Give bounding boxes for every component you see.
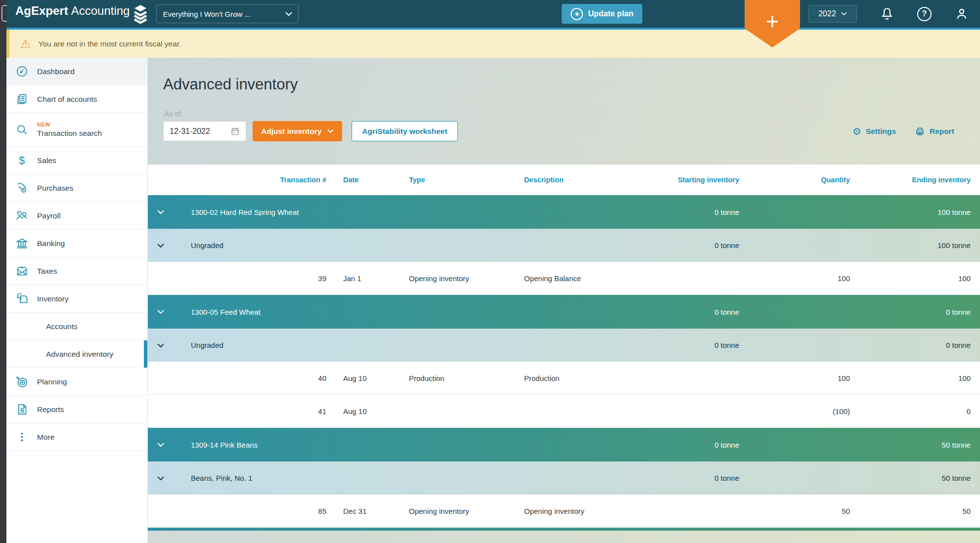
update-plan-label: Update plan [588,9,633,18]
txn-date: Aug 10 [326,374,392,382]
sidebar-item-label: Advanced inventory [46,350,113,359]
group-starting: 0 tonne [621,441,739,449]
agristability-worksheet-button[interactable]: AgriStability worksheet [352,121,457,141]
adjust-inventory-button[interactable]: Adjust inventory [253,121,342,141]
window-edge-strip [0,0,6,543]
sidebar-item-label: Chart of accounts [37,95,97,104]
sidebar-item-advanced-inventory[interactable]: Advanced inventory [6,340,147,368]
group-label: 1300-05 Feed Wheat [191,308,621,316]
sidebar-item-sales[interactable]: $ Sales [6,147,147,174]
txn-number: 85 [191,507,326,515]
tax-envelope-icon [14,264,29,278]
as-of-date-input[interactable]: 12-31-2022 [163,121,246,141]
transaction-row[interactable]: 40 Aug 10 Production Production 100 100 [147,362,980,395]
notifications-bell-icon[interactable] [881,7,893,21]
sidebar-item-purchases[interactable]: Purchases [6,174,147,202]
update-plan-button[interactable]: ★ Update plan [562,4,642,24]
txn-type: Opening inventory [392,274,507,283]
calendar-icon[interactable] [230,126,240,136]
sidebar-item-more[interactable]: More [6,423,147,451]
chevron-down-icon[interactable] [147,343,191,348]
chevron-down-icon[interactable] [147,209,191,214]
grade-starting: 0 tonne [621,341,739,349]
chevron-down-icon[interactable] [147,309,191,314]
sidebar-item-label: Planning [37,377,67,386]
help-icon[interactable]: ? [917,7,932,21]
sidebar-item-label: Purchases [37,184,73,193]
inventory-grade-row[interactable]: Beans, Pink, No. 1 0 tonne 50 tonne [147,461,980,495]
chevron-down-icon [285,12,292,16]
as-of-date-value: 12-31-2022 [170,127,210,136]
txn-ending: 100 [850,374,971,382]
search-icon [14,123,29,136]
as-of-label: As of [164,109,181,118]
sidebar-item-label: Banking [37,239,65,248]
transaction-row[interactable]: 85 Dec 31 Opening inventory Opening inve… [147,495,980,528]
sidebar-item-inventory-accounts[interactable]: Accounts [6,313,147,340]
group-ending: 100 tonne [850,208,971,216]
page-header-section: Advanced inventory As of 12-31-2022 Adju… [147,58,980,165]
grade-starting: 0 tonne [621,474,739,482]
col-header-ending: Ending inventory [850,176,971,184]
txn-ending: 0 [850,407,971,416]
sidebar-item-label: Transaction search [37,128,102,138]
sidebar-item-inventory[interactable]: Inventory [6,285,147,313]
more-dots-icon [14,430,29,444]
report-label: Report [930,127,954,136]
transaction-row[interactable]: 41 Aug 10 (100) 0 [147,395,980,428]
col-header-starting: Starting inventory [621,176,739,184]
page-controls: 12-31-2022 Adjust inventory AgriStabilit… [163,121,458,141]
header-accent-strip [6,28,980,30]
chevron-down-icon[interactable] [147,476,191,481]
sidebar-item-dashboard[interactable]: Dashboard [6,58,147,85]
fiscal-year-dropdown[interactable]: 2022 [808,5,857,23]
planning-target-icon [14,375,29,389]
sidebar-item-payroll[interactable]: Payroll [6,202,147,230]
col-header-quantity: Quantity [739,176,850,184]
txn-description: Opening inventory [507,507,621,515]
col-header-type: Type [392,176,507,184]
account-selector-dropdown[interactable]: Everything I Won't Grow ... [156,4,299,23]
sidebar-item-label: Reports [37,405,64,414]
sidebar-item-banking[interactable]: Banking [6,230,147,257]
brand-name-bold: AgExpert [15,4,68,18]
warning-text: You are not in the most current fiscal y… [39,40,181,48]
dashboard-gauge-icon [14,65,29,78]
sidebar-item-planning[interactable]: Planning [6,368,147,396]
sidebar-item-taxes[interactable]: Taxes [6,257,147,285]
user-account-icon[interactable] [955,7,968,20]
inventory-grade-row[interactable]: Ungraded 0 tonne 0 tonne [147,329,980,362]
chart-of-accounts-icon [14,92,29,106]
col-header-transaction: Transaction # [191,176,326,184]
app-logo: AgExpert Accounting [15,4,149,24]
warning-icon: ⚠ [20,37,31,51]
inventory-grade-row[interactable]: Ungraded 0 tonne 100 tonne [147,229,980,262]
sidebar-item-reports[interactable]: Reports [6,396,147,423]
fiscal-year-value: 2022 [818,9,836,18]
bank-icon [14,237,29,250]
sidebar-item-chart-of-accounts[interactable]: Chart of accounts [6,85,147,113]
dollar-icon: $ [14,154,29,167]
sidebar-item-transaction-search[interactable]: NEW Transaction search [6,113,147,147]
txn-quantity: 100 [739,274,850,283]
grade-label: Beans, Pink, No. 1 [191,474,621,482]
account-selector-value: Everything I Won't Grow ... [163,10,251,18]
report-link[interactable]: Report [915,126,954,136]
sidebar-item-label: Taxes [37,267,57,276]
transaction-row[interactable]: 39 Jan 1 Opening inventory Opening Balan… [147,262,980,295]
grade-starting: 0 tonne [621,241,739,250]
inventory-group-row[interactable]: 1300-05 Feed Wheat 0 tonne 0 tonne [147,295,980,329]
txn-type: Opening inventory [392,507,507,515]
grade-ending: 0 tonne [850,341,971,349]
inventory-group-row[interactable]: 1300-02 Hard Red Spring Wheat 0 tonne 10… [147,195,980,229]
report-document-icon [14,403,29,416]
fiscal-year-warning-banner: ⚠ You are not in the most current fiscal… [6,30,980,58]
sidebar-item-label: Inventory [37,294,69,303]
chevron-down-icon[interactable] [147,243,191,248]
inventory-group-row[interactable]: 1309-14 Pink Beans 0 tonne 50 tonne [147,428,980,461]
settings-link[interactable]: ⚙ Settings [852,126,896,136]
txn-quantity: (100) [739,407,850,416]
grade-ending: 100 tonne [850,241,971,250]
chevron-down-icon[interactable] [147,442,191,447]
printer-icon [915,126,925,136]
